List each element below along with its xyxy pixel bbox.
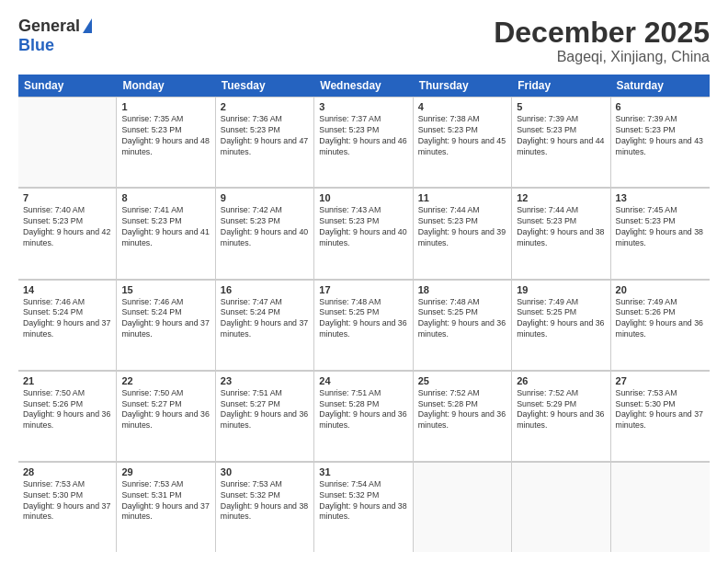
day-number: 6 xyxy=(616,101,705,112)
day-number: 1 xyxy=(121,101,210,112)
calendar-cell xyxy=(512,463,610,552)
day-number: 30 xyxy=(221,466,309,477)
calendar-header-cell: Thursday xyxy=(414,75,512,97)
logo-triangle-icon xyxy=(83,18,92,33)
calendar-header-cell: Tuesday xyxy=(216,75,314,97)
calendar-cell: 2Sunrise: 7:36 AM Sunset: 5:23 PM Daylig… xyxy=(216,98,314,187)
calendar-header-cell: Sunday xyxy=(18,75,117,97)
calendar-cell: 3Sunrise: 7:37 AM Sunset: 5:23 PM Daylig… xyxy=(314,98,413,187)
calendar-cell: 12Sunrise: 7:44 AM Sunset: 5:23 PM Dayli… xyxy=(512,189,610,278)
day-number: 10 xyxy=(319,192,407,203)
calendar-cell: 13Sunrise: 7:45 AM Sunset: 5:23 PM Dayli… xyxy=(611,189,710,278)
calendar-cell: 21Sunrise: 7:50 AM Sunset: 5:26 PM Dayli… xyxy=(18,372,117,461)
cell-info: Sunrise: 7:46 AM Sunset: 5:24 PM Dayligh… xyxy=(121,297,210,341)
title-section: December 2025 Bageqi, Xinjiang, China xyxy=(494,17,710,65)
calendar-cell: 8Sunrise: 7:41 AM Sunset: 5:23 PM Daylig… xyxy=(117,189,215,278)
cell-info: Sunrise: 7:43 AM Sunset: 5:23 PM Dayligh… xyxy=(319,205,407,249)
cell-info: Sunrise: 7:44 AM Sunset: 5:23 PM Dayligh… xyxy=(517,205,605,249)
cell-info: Sunrise: 7:53 AM Sunset: 5:32 PM Dayligh… xyxy=(221,479,309,523)
day-number: 15 xyxy=(121,284,210,295)
day-number: 5 xyxy=(517,101,605,112)
cell-info: Sunrise: 7:51 AM Sunset: 5:28 PM Dayligh… xyxy=(319,388,407,432)
logo-blue-text: Blue xyxy=(18,36,54,55)
day-number: 23 xyxy=(221,375,309,386)
calendar-cell: 27Sunrise: 7:53 AM Sunset: 5:30 PM Dayli… xyxy=(611,372,710,461)
day-number: 4 xyxy=(418,101,506,112)
cell-info: Sunrise: 7:47 AM Sunset: 5:24 PM Dayligh… xyxy=(221,297,309,341)
cell-info: Sunrise: 7:49 AM Sunset: 5:25 PM Dayligh… xyxy=(517,297,605,341)
calendar-cell: 31Sunrise: 7:54 AM Sunset: 5:32 PM Dayli… xyxy=(314,463,413,552)
calendar-cell xyxy=(414,463,512,552)
cell-info: Sunrise: 7:53 AM Sunset: 5:31 PM Dayligh… xyxy=(121,479,210,523)
cell-info: Sunrise: 7:38 AM Sunset: 5:23 PM Dayligh… xyxy=(418,114,506,158)
day-number: 11 xyxy=(418,192,506,203)
day-number: 17 xyxy=(319,284,407,295)
calendar-cell: 19Sunrise: 7:49 AM Sunset: 5:25 PM Dayli… xyxy=(512,281,610,370)
calendar-cell: 20Sunrise: 7:49 AM Sunset: 5:26 PM Dayli… xyxy=(611,281,710,370)
calendar-header: SundayMondayTuesdayWednesdayThursdayFrid… xyxy=(18,75,710,97)
calendar-header-cell: Monday xyxy=(117,75,215,97)
calendar-cell: 30Sunrise: 7:53 AM Sunset: 5:32 PM Dayli… xyxy=(216,463,314,552)
cell-info: Sunrise: 7:53 AM Sunset: 5:30 PM Dayligh… xyxy=(23,479,111,523)
calendar-row: 1Sunrise: 7:35 AM Sunset: 5:23 PM Daylig… xyxy=(18,97,710,188)
day-number: 8 xyxy=(121,192,210,203)
cell-info: Sunrise: 7:40 AM Sunset: 5:23 PM Dayligh… xyxy=(23,205,111,249)
cell-info: Sunrise: 7:45 AM Sunset: 5:23 PM Dayligh… xyxy=(616,205,705,249)
calendar-row: 28Sunrise: 7:53 AM Sunset: 5:30 PM Dayli… xyxy=(18,462,710,552)
day-number: 24 xyxy=(319,375,407,386)
calendar-cell: 25Sunrise: 7:52 AM Sunset: 5:28 PM Dayli… xyxy=(414,372,512,461)
cell-info: Sunrise: 7:44 AM Sunset: 5:23 PM Dayligh… xyxy=(418,205,506,249)
calendar-row: 21Sunrise: 7:50 AM Sunset: 5:26 PM Dayli… xyxy=(18,371,710,462)
calendar-cell: 28Sunrise: 7:53 AM Sunset: 5:30 PM Dayli… xyxy=(18,463,117,552)
cell-info: Sunrise: 7:42 AM Sunset: 5:23 PM Dayligh… xyxy=(221,205,309,249)
cell-info: Sunrise: 7:41 AM Sunset: 5:23 PM Dayligh… xyxy=(121,205,210,249)
cell-info: Sunrise: 7:52 AM Sunset: 5:29 PM Dayligh… xyxy=(517,388,605,432)
page: General Blue December 2025 Bageqi, Xinji… xyxy=(0,0,728,563)
logo: General Blue xyxy=(18,17,92,55)
calendar-cell: 11Sunrise: 7:44 AM Sunset: 5:23 PM Dayli… xyxy=(414,189,512,278)
cell-info: Sunrise: 7:52 AM Sunset: 5:28 PM Dayligh… xyxy=(418,388,506,432)
day-number: 31 xyxy=(319,466,407,477)
calendar-cell: 16Sunrise: 7:47 AM Sunset: 5:24 PM Dayli… xyxy=(216,281,314,370)
calendar-header-cell: Saturday xyxy=(611,75,710,97)
cell-info: Sunrise: 7:39 AM Sunset: 5:23 PM Dayligh… xyxy=(616,114,705,158)
day-number: 27 xyxy=(616,375,705,386)
day-number: 22 xyxy=(121,375,210,386)
day-number: 18 xyxy=(418,284,506,295)
calendar-row: 14Sunrise: 7:46 AM Sunset: 5:24 PM Dayli… xyxy=(18,280,710,371)
day-number: 25 xyxy=(418,375,506,386)
subtitle: Bageqi, Xinjiang, China xyxy=(494,49,710,65)
calendar-header-cell: Wednesday xyxy=(314,75,413,97)
header: General Blue December 2025 Bageqi, Xinji… xyxy=(18,17,710,65)
cell-info: Sunrise: 7:37 AM Sunset: 5:23 PM Dayligh… xyxy=(319,114,407,158)
day-number: 29 xyxy=(121,466,210,477)
day-number: 7 xyxy=(23,192,111,203)
logo-general-text: General xyxy=(18,17,80,36)
cell-info: Sunrise: 7:53 AM Sunset: 5:30 PM Dayligh… xyxy=(616,388,705,432)
calendar-cell: 29Sunrise: 7:53 AM Sunset: 5:31 PM Dayli… xyxy=(117,463,215,552)
cell-info: Sunrise: 7:35 AM Sunset: 5:23 PM Dayligh… xyxy=(121,114,210,158)
day-number: 16 xyxy=(221,284,309,295)
day-number: 14 xyxy=(23,284,111,295)
main-title: December 2025 xyxy=(494,17,710,49)
calendar-cell: 9Sunrise: 7:42 AM Sunset: 5:23 PM Daylig… xyxy=(216,189,314,278)
calendar-body: 1Sunrise: 7:35 AM Sunset: 5:23 PM Daylig… xyxy=(18,97,710,552)
cell-info: Sunrise: 7:46 AM Sunset: 5:24 PM Dayligh… xyxy=(23,297,111,341)
cell-info: Sunrise: 7:36 AM Sunset: 5:23 PM Dayligh… xyxy=(221,114,309,158)
day-number: 9 xyxy=(221,192,309,203)
cell-info: Sunrise: 7:48 AM Sunset: 5:25 PM Dayligh… xyxy=(418,297,506,341)
cell-info: Sunrise: 7:54 AM Sunset: 5:32 PM Dayligh… xyxy=(319,479,407,523)
calendar-cell: 18Sunrise: 7:48 AM Sunset: 5:25 PM Dayli… xyxy=(414,281,512,370)
calendar-cell: 5Sunrise: 7:39 AM Sunset: 5:23 PM Daylig… xyxy=(512,98,610,187)
day-number: 19 xyxy=(517,284,605,295)
calendar: SundayMondayTuesdayWednesdayThursdayFrid… xyxy=(18,75,710,552)
calendar-cell: 4Sunrise: 7:38 AM Sunset: 5:23 PM Daylig… xyxy=(414,98,512,187)
cell-info: Sunrise: 7:48 AM Sunset: 5:25 PM Dayligh… xyxy=(319,297,407,341)
calendar-cell: 24Sunrise: 7:51 AM Sunset: 5:28 PM Dayli… xyxy=(314,372,413,461)
calendar-header-cell: Friday xyxy=(512,75,610,97)
cell-info: Sunrise: 7:49 AM Sunset: 5:26 PM Dayligh… xyxy=(616,297,705,341)
day-number: 13 xyxy=(616,192,705,203)
day-number: 2 xyxy=(221,101,309,112)
day-number: 21 xyxy=(23,375,111,386)
cell-info: Sunrise: 7:39 AM Sunset: 5:23 PM Dayligh… xyxy=(517,114,605,158)
